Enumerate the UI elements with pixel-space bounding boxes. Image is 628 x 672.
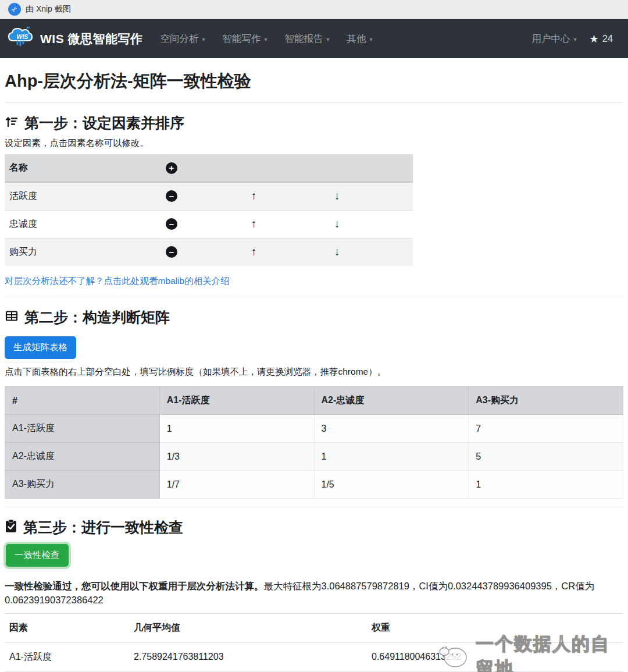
step3-heading: 第三步：进行一致性检查 xyxy=(5,518,623,537)
matrix-cell[interactable]: 1 xyxy=(159,415,314,443)
credits-indicator[interactable]: ★ 24 xyxy=(590,33,613,45)
matrix-header-row: # A1-活跃度 A2-忠诚度 A3-购买力 xyxy=(5,387,623,415)
nav-item-label: 其他 xyxy=(347,33,366,45)
step3-heading-text: 第三步：进行一致性检查 xyxy=(23,518,183,537)
divider xyxy=(5,507,623,507)
nav-item-label: 智能写作 xyxy=(223,33,261,45)
xnip-bar: ✂ 由 Xnip 截图 xyxy=(0,0,628,19)
brand[interactable]: WIS ” WIS 微思智能写作 xyxy=(7,26,143,52)
factor-name[interactable]: 活跃度 xyxy=(5,182,161,210)
step1-hint: 设定因素，点击因素名称可以修改。 xyxy=(5,137,623,150)
step2-hint: 点击下面表格的右上部分空白处，填写比例标度（如果填不上，请更换浏览器，推荐chr… xyxy=(5,366,623,378)
factor-row: 忠诚度 − ↑ ↓ xyxy=(5,210,413,238)
nav-item-label: 用户中心 xyxy=(531,33,570,45)
nav-item-smart-report[interactable]: 智能报告 ▾ xyxy=(285,33,330,45)
factor-name[interactable]: 购买力 xyxy=(5,238,161,266)
matrix-row: A2-忠诚度 1/3 1 5 xyxy=(5,443,623,471)
matrix-cell[interactable]: 1 xyxy=(314,443,469,471)
page-title: Ahp-层次分析法-矩阵一致性检验 xyxy=(5,70,623,93)
factor-column-header: 因素 xyxy=(5,613,129,642)
move-up-icon[interactable]: ↑ xyxy=(251,246,257,258)
name-column-header: 名称 xyxy=(5,154,161,182)
factor-row: 购买力 − ↑ ↓ xyxy=(5,238,413,266)
wis-logo-icon: WIS ” xyxy=(7,26,34,52)
plus-circle-icon[interactable]: + xyxy=(166,162,177,174)
result-lead: 一致性检验通过，您可以使用以下权重用于层次分析法计算。 xyxy=(5,581,264,591)
factor-row: 活跃度 − ↑ ↓ xyxy=(5,182,413,210)
star-count: 24 xyxy=(602,33,613,44)
weight-column-header: 权重 xyxy=(367,613,623,642)
judgment-matrix-table: # A1-活跃度 A2-忠诚度 A3-购买力 A1-活跃度 1 3 7 A2-忠… xyxy=(5,386,623,499)
minus-circle-icon[interactable]: − xyxy=(166,218,177,230)
move-down-icon[interactable]: ↓ xyxy=(334,218,340,230)
factor-cell: A1-活跃度 xyxy=(5,642,129,671)
navbar: WIS ” WIS 微思智能写作 空间分析 ▾ 智能写作 ▾ 智能报告 ▾ 其他… xyxy=(0,19,628,58)
matrix-cell[interactable]: 7 xyxy=(469,415,623,443)
move-up-icon[interactable]: ↑ xyxy=(251,190,257,202)
move-down-icon[interactable]: ↓ xyxy=(334,246,340,258)
matrix-col-header: A2-忠诚度 xyxy=(314,387,469,415)
chevron-down-icon: ▾ xyxy=(202,36,205,42)
nav-item-label: 智能报告 xyxy=(285,33,323,45)
chevron-down-icon: ▾ xyxy=(370,36,373,42)
factors-header-row: 名称 + xyxy=(5,154,413,182)
svg-text:”: ” xyxy=(26,26,30,33)
matrix-col-header: A3-购买力 xyxy=(469,387,623,415)
mbalib-info-link[interactable]: 对层次分析法还不了解？点击此处观看mbalib的相关介绍 xyxy=(5,275,623,287)
move-down-icon[interactable]: ↓ xyxy=(334,190,340,202)
matrix-row: A1-活跃度 1 3 7 xyxy=(5,415,623,443)
nav-item-others[interactable]: 其他 ▾ xyxy=(347,33,373,45)
matrix-row-header: A2-忠诚度 xyxy=(5,443,160,471)
divider xyxy=(5,297,623,297)
matrix-cell[interactable]: 1/5 xyxy=(314,471,469,499)
factors-table: 名称 + 活跃度 − ↑ ↓ 忠诚度 − ↑ ↓ 购买力 − ↑ xyxy=(5,154,413,266)
sort-amount-up-icon xyxy=(5,115,19,132)
nav-item-label: 空间分析 xyxy=(160,33,199,45)
nav-item-smart-writing[interactable]: 智能写作 ▾ xyxy=(223,33,267,45)
matrix-row: A3-购买力 1/7 1/5 1 xyxy=(5,471,623,499)
consistency-check-button[interactable]: 一致性检查 xyxy=(6,544,69,567)
step2-heading-text: 第二步：构造判断矩阵 xyxy=(24,308,170,327)
step1-heading: 第一步：设定因素并排序 xyxy=(5,113,623,133)
nav-item-user-center[interactable]: 用户中心 ▾ xyxy=(531,33,576,45)
star-icon: ★ xyxy=(590,33,599,45)
weight-cell: 0.6491180046313252 xyxy=(367,642,623,671)
chevron-down-icon: ▾ xyxy=(327,36,330,42)
divider xyxy=(5,102,623,103)
matrix-corner-header: # xyxy=(5,387,160,415)
matrix-row-header: A1-活跃度 xyxy=(5,415,160,443)
brand-title: WIS 微思智能写作 xyxy=(40,31,143,47)
matrix-cell[interactable]: 1/3 xyxy=(159,443,314,471)
xnip-label: 由 Xnip 截图 xyxy=(26,4,71,15)
factor-name[interactable]: 忠诚度 xyxy=(5,210,161,238)
geomean-column-header: 几何平均值 xyxy=(129,613,367,642)
matrix-col-header: A1-活跃度 xyxy=(159,387,314,415)
minus-circle-icon[interactable]: − xyxy=(166,190,177,202)
nav-item-spatial-analysis[interactable]: 空间分析 ▾ xyxy=(160,33,205,45)
weights-row: A1-活跃度 2.7589241763811203 0.649118004631… xyxy=(5,642,623,671)
step1-heading-text: 第一步：设定因素并排序 xyxy=(24,113,184,133)
matrix-cell[interactable]: 1 xyxy=(469,471,623,499)
geomean-cell: 2.7589241763811203 xyxy=(129,642,367,671)
chevron-down-icon: ▾ xyxy=(265,36,267,42)
clipboard-check-icon xyxy=(5,519,17,536)
xnip-scissors-icon: ✂ xyxy=(8,3,21,16)
svg-text:WIS: WIS xyxy=(17,33,28,40)
step2-heading: 第二步：构造判断矩阵 xyxy=(5,308,623,327)
move-up-icon[interactable]: ↑ xyxy=(251,218,257,230)
weights-table: 因素 几何平均值 权重 A1-活跃度 2.7589241763811203 0.… xyxy=(5,613,623,672)
minus-circle-icon[interactable]: − xyxy=(166,246,177,258)
table-icon xyxy=(5,309,19,326)
matrix-cell[interactable]: 1/7 xyxy=(159,471,314,499)
consistency-result-text: 一致性检验通过，您可以使用以下权重用于层次分析法计算。最大特征根为3.06488… xyxy=(5,579,622,607)
generate-matrix-button[interactable]: 生成矩阵表格 xyxy=(5,336,76,359)
matrix-row-header: A3-购买力 xyxy=(5,471,160,499)
weights-header-row: 因素 几何平均值 权重 xyxy=(5,613,623,642)
matrix-cell[interactable]: 5 xyxy=(469,443,623,471)
chevron-down-icon: ▾ xyxy=(573,36,576,42)
matrix-cell[interactable]: 3 xyxy=(314,415,469,443)
